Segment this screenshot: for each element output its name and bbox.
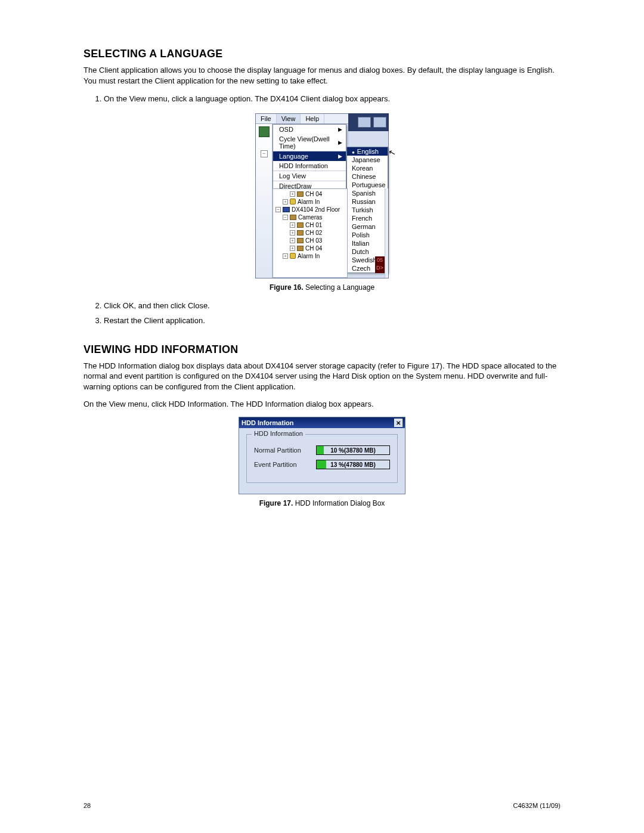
- mi-hdd-info[interactable]: HDD Information: [273, 161, 346, 171]
- chevron-right-icon: ▶: [338, 153, 342, 159]
- view-dropdown: OSD▶ Cycle View(Dwell Time)▶ Language▶ H…: [273, 124, 346, 191]
- dialog-title-text: HDD Information: [242, 419, 293, 426]
- alarm-icon: [290, 199, 296, 205]
- figure-17-caption: Figure 17. HDD Information Dialog Box: [83, 499, 561, 507]
- doc-id: C4632M (11/09): [513, 802, 561, 809]
- lang-turkish[interactable]: Turkish: [347, 206, 388, 214]
- server-icon: [283, 207, 290, 212]
- tree-server[interactable]: −DX4104 2nd Floor: [273, 206, 347, 213]
- tree-ch04b[interactable]: +CH 04: [273, 244, 347, 252]
- menu-file[interactable]: File: [256, 114, 277, 123]
- device-tree: +CH 04 +Alarm In −DX4104 2nd Floor −Came…: [273, 188, 348, 278]
- lang-japanese[interactable]: Japanese: [347, 156, 388, 164]
- tree-cameras[interactable]: −Cameras: [273, 213, 347, 221]
- left-icon-strip: −: [256, 124, 273, 278]
- close-icon[interactable]: ✕: [394, 419, 402, 427]
- tree-alarm-in[interactable]: +Alarm In: [273, 198, 347, 206]
- camera-icon: [297, 246, 304, 251]
- bar-normal-partition: 10 %(38780 MB): [316, 445, 390, 455]
- camera-icon: [297, 238, 304, 243]
- lang-english[interactable]: English: [347, 147, 388, 156]
- camera-icon: [297, 230, 304, 236]
- cursor-arrow-icon: ↖: [388, 147, 397, 158]
- bar-normal-fill: [317, 446, 324, 454]
- bar-normal-text: 10 %(38780 MB): [330, 447, 376, 454]
- row-event-partition: Event Partition 13 %(47880 MB): [254, 460, 390, 469]
- video-tile-edge: 05 D>: [375, 256, 385, 273]
- mi-log-view[interactable]: Log View: [273, 171, 346, 181]
- group-legend: HDD Information: [252, 430, 305, 437]
- step-3: Restart the Client application.: [104, 315, 561, 327]
- lang-russian[interactable]: Russian: [347, 197, 388, 206]
- lang-portuguese[interactable]: Portuguese: [347, 181, 388, 189]
- tree-ch01[interactable]: +CH 01: [273, 221, 347, 229]
- heading-selecting-language: SELECTING A LANGUAGE: [83, 48, 561, 60]
- para-hdd-1: The HDD Information dialog box displays …: [83, 361, 561, 392]
- menu-view[interactable]: View: [277, 114, 301, 123]
- menu-help[interactable]: Help: [301, 114, 324, 123]
- chevron-right-icon: ▶: [338, 126, 342, 132]
- label-event-partition: Event Partition: [254, 461, 309, 468]
- heading-viewing-hdd: VIEWING HDD INFORMATION: [83, 343, 561, 356]
- tree-collapse-icon[interactable]: −: [261, 150, 268, 157]
- camera-icon: [297, 222, 304, 228]
- tree-ch03[interactable]: +CH 03: [273, 237, 347, 244]
- bar-event-text: 13 %(47880 MB): [330, 462, 376, 468]
- app-icon: [259, 126, 270, 137]
- dialog-titlebar: HDD Information ✕: [239, 417, 405, 428]
- figure-16-caption: Figure 16. Selecting a Language: [83, 283, 561, 292]
- lang-french[interactable]: French: [347, 214, 388, 222]
- step-1: On the View menu, click a language optio…: [104, 93, 561, 105]
- tree-ch02[interactable]: +CH 02: [273, 229, 347, 237]
- figure-16-screenshot: File View Help − OSD▶ Cycle View(Dwell T…: [255, 113, 389, 278]
- mi-language[interactable]: Language▶: [273, 151, 346, 161]
- para-hdd-2: On the View menu, click HDD Information.…: [83, 399, 561, 410]
- mi-osd[interactable]: OSD▶: [273, 125, 346, 134]
- step-2: Click OK, and then click Close.: [104, 300, 561, 312]
- bar-event-partition: 13 %(47880 MB): [316, 460, 390, 469]
- lang-german[interactable]: German: [347, 222, 388, 231]
- tree-scrollbar[interactable]: [385, 188, 388, 278]
- bar-event-fill: [317, 460, 326, 469]
- row-normal-partition: Normal Partition 10 %(38780 MB): [254, 445, 390, 455]
- lang-dutch[interactable]: Dutch: [347, 247, 388, 256]
- label-normal-partition: Normal Partition: [254, 447, 309, 454]
- figure-17-dialog: HDD Information ✕ HDD Information Normal…: [239, 417, 405, 494]
- tree-ch04[interactable]: +CH 04: [273, 190, 347, 198]
- mi-cycle-view[interactable]: Cycle View(Dwell Time)▶: [273, 134, 346, 151]
- lang-chinese[interactable]: Chinese: [347, 172, 388, 181]
- hdd-info-group: HDD Information Normal Partition 10 %(38…: [246, 434, 398, 483]
- steps-list-1: On the View menu, click a language optio…: [104, 93, 561, 105]
- lang-korean[interactable]: Korean: [347, 164, 388, 172]
- camera-icon: [297, 191, 304, 197]
- language-submenu: English Japanese Korean Chinese Portugue…: [346, 147, 388, 273]
- page-number: 28: [83, 802, 91, 809]
- lang-italian[interactable]: Italian: [347, 239, 388, 247]
- lang-polish[interactable]: Polish: [347, 231, 388, 239]
- alarm-icon: [290, 253, 296, 259]
- lang-spanish[interactable]: Spanish: [347, 189, 388, 197]
- steps-list-2: Click OK, and then click Close. Restart …: [104, 300, 561, 327]
- tree-alarm-in-2[interactable]: +Alarm In: [273, 252, 347, 260]
- intro-selecting-language: The Client application allows you to cho…: [83, 65, 561, 86]
- chevron-right-icon: ▶: [338, 140, 342, 145]
- cameras-folder-icon: [290, 215, 296, 220]
